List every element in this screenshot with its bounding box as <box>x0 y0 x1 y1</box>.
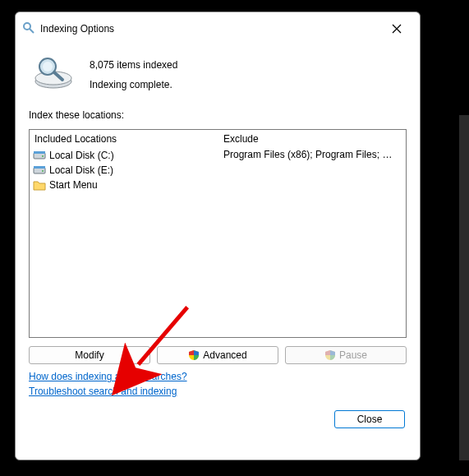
footer-row: Close <box>25 397 410 432</box>
magnifier-disk-icon <box>29 52 78 91</box>
close-button[interactable] <box>380 17 413 40</box>
disk-icon <box>33 164 46 177</box>
advanced-button[interactable]: Advanced <box>157 346 278 364</box>
modify-button[interactable]: Modify <box>29 346 150 364</box>
how-indexing-link[interactable]: How does indexing affect searches? <box>29 371 187 382</box>
modify-label: Modify <box>75 349 103 361</box>
svg-line-1 <box>30 29 34 33</box>
svg-rect-13 <box>34 166 45 169</box>
close-footer-button[interactable]: Close <box>334 410 405 428</box>
troubleshoot-link[interactable]: Troubleshoot search and indexing <box>29 386 177 397</box>
background-edge <box>459 115 469 460</box>
exclude-column: Exclude Program Files (x86); Program Fil… <box>218 130 406 337</box>
disk-icon <box>33 149 46 162</box>
svg-point-14 <box>42 170 44 172</box>
button-row: Modify Advanced Pause <box>25 341 410 366</box>
pause-label: Pause <box>339 349 367 361</box>
exclude-header: Exclude <box>218 130 406 148</box>
location-label: Start Menu <box>49 179 98 191</box>
status-text: 8,075 items indexed Indexing complete. <box>90 52 177 95</box>
svg-point-7 <box>43 62 53 72</box>
svg-rect-9 <box>34 153 45 159</box>
location-row[interactable]: Start Menu <box>31 178 217 192</box>
indexing-icon <box>22 21 35 37</box>
items-indexed-count: 8,075 items indexed <box>90 55 177 75</box>
content-area: 8,075 items indexed Indexing complete. I… <box>16 44 420 460</box>
folder-icon <box>33 178 46 192</box>
svg-point-0 <box>24 23 30 30</box>
window-title: Indexing Options <box>40 23 375 35</box>
location-label: Local Disk (C:) <box>49 150 114 161</box>
indexing-state: Indexing complete. <box>90 75 177 95</box>
close-icon <box>392 24 402 34</box>
shield-icon <box>324 349 336 361</box>
locations-list: Included Locations Local Disk (C:)Local … <box>29 129 407 338</box>
location-row[interactable]: Local Disk (C:) <box>31 148 217 163</box>
status-row: 8,075 items indexed Indexing complete. <box>25 45 410 106</box>
svg-rect-10 <box>34 151 45 154</box>
included-column: Included Locations Local Disk (C:)Local … <box>30 130 218 337</box>
advanced-label: Advanced <box>203 349 246 361</box>
included-header: Included Locations <box>30 130 218 148</box>
svg-rect-12 <box>34 168 45 173</box>
pause-button: Pause <box>285 346 407 364</box>
locations-label: Index these locations: <box>25 106 410 124</box>
location-label: Local Disk (E:) <box>49 164 113 176</box>
shield-icon <box>188 349 200 361</box>
svg-point-11 <box>42 155 44 157</box>
help-links: How does indexing affect searches? Troub… <box>25 366 410 397</box>
location-row[interactable]: Local Disk (E:) <box>31 163 217 178</box>
exclude-row[interactable]: Program Files (x86); Program Files; Prog… <box>220 148 401 161</box>
indexing-options-dialog: Indexing Options 8,075 items indexed <box>15 12 421 460</box>
titlebar: Indexing Options <box>16 12 420 44</box>
